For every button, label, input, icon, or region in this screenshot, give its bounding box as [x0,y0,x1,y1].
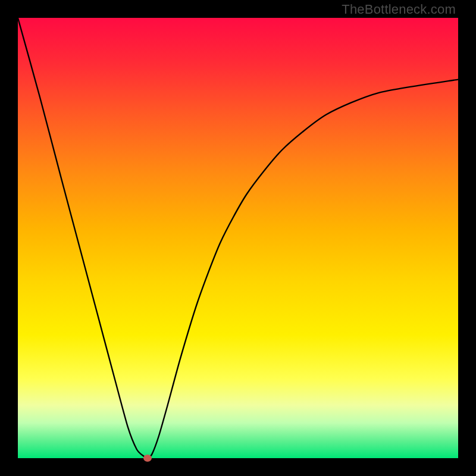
watermark-text: TheBottleneck.com [342,2,456,17]
chart-frame: TheBottleneck.com [0,0,476,476]
bottleneck-curve-path [18,18,458,458]
curve-svg [18,18,458,458]
plot-area [18,18,458,458]
minimum-marker-icon [143,455,152,462]
